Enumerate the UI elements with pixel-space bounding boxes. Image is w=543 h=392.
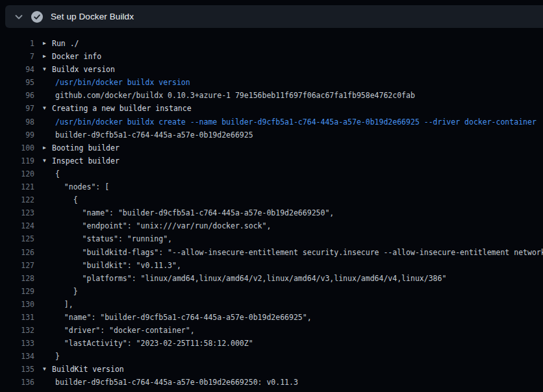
log-group-header[interactable]: 94▼Buildx version: [0, 63, 543, 76]
log-line: 121 "nodes": [: [0, 180, 543, 193]
log-line: 98/usr/bin/docker buildx create --name b…: [0, 116, 543, 129]
log-line: 132 "driver": "docker-container",: [0, 324, 543, 337]
line-number[interactable]: 96: [0, 89, 34, 102]
disclosure-expanded-icon[interactable]: ▼: [43, 154, 52, 167]
command-text: /usr/bin/docker buildx version: [55, 76, 190, 89]
output-text: }: [55, 285, 78, 298]
line-number[interactable]: 128: [0, 272, 34, 285]
output-text: "name": "builder-d9cfb5a1-c764-445a-a57e…: [55, 206, 334, 219]
output-text: "buildkit": "v0.11.3",: [55, 259, 181, 272]
group-label: Inspect builder: [52, 154, 120, 167]
group-label: Buildx version: [52, 63, 115, 76]
log-group-header[interactable]: 119▼Inspect builder: [0, 154, 543, 167]
log-line: 124 "endpoint": "unix:///var/run/docker.…: [0, 219, 543, 232]
log-line: 96github.com/docker/buildx 0.10.3+azure-…: [0, 89, 543, 102]
line-number[interactable]: 97: [0, 102, 34, 115]
output-text: {: [55, 167, 60, 180]
output-text: "driver": "docker-container",: [55, 324, 195, 337]
disclosure-collapsed-icon[interactable]: ▶: [43, 50, 52, 63]
line-number[interactable]: 124: [0, 219, 34, 232]
line-number[interactable]: 121: [0, 180, 34, 193]
log-line: 125 "status": "running",: [0, 232, 543, 245]
output-text: github.com/docker/buildx 0.10.3+azure-1 …: [55, 89, 415, 102]
line-number[interactable]: 125: [0, 232, 34, 245]
log-group-header[interactable]: 100▶Booting builder: [0, 141, 543, 154]
log-line: 134}: [0, 350, 543, 363]
line-number[interactable]: 133: [0, 337, 34, 350]
log-line: 129 }: [0, 285, 543, 298]
output-text: }: [55, 350, 60, 363]
line-number[interactable]: 123: [0, 206, 34, 219]
line-number[interactable]: 130: [0, 298, 34, 311]
log-line: 120{: [0, 167, 543, 180]
log-line: 126 "buildkitd-flags": "--allow-insecure…: [0, 246, 543, 259]
log-group-header[interactable]: 1▶Run ./: [0, 37, 543, 50]
disclosure-collapsed-icon[interactable]: ▶: [43, 141, 52, 154]
command-text: /usr/bin/docker buildx create --name bui…: [55, 116, 537, 129]
line-number[interactable]: 122: [0, 193, 34, 206]
log-line: 99builder-d9cfb5a1-c764-445a-a57e-0b19d2…: [0, 129, 543, 141]
output-text: {: [55, 193, 78, 206]
chevron-down-icon[interactable]: [14, 12, 24, 22]
group-label: Run ./: [52, 37, 79, 50]
output-text: "buildkitd-flags": "--allow-insecure-ent…: [55, 246, 543, 259]
log-line: 130 ],: [0, 298, 543, 311]
output-text: "endpoint": "unix:///var/run/docker.sock…: [55, 219, 271, 232]
output-text: "platforms": "linux/amd64,linux/amd64/v2…: [55, 272, 446, 285]
line-number[interactable]: 132: [0, 324, 34, 337]
line-number[interactable]: 135: [0, 363, 34, 376]
line-number[interactable]: 99: [0, 129, 34, 141]
line-number[interactable]: 127: [0, 259, 34, 272]
group-label: BuildKit version: [52, 363, 124, 376]
output-text: "name": "builder-d9cfb5a1-c764-445a-a57e…: [55, 311, 312, 324]
line-number[interactable]: 95: [0, 76, 34, 89]
output-text: builder-d9cfb5a1-c764-445a-a57e-0b19d2e6…: [55, 376, 298, 389]
line-number[interactable]: 119: [0, 154, 34, 167]
line-number[interactable]: 98: [0, 116, 34, 129]
line-number[interactable]: 1: [0, 37, 34, 50]
line-number[interactable]: 136: [0, 376, 34, 389]
group-label: Creating a new builder instance: [52, 102, 192, 115]
output-text: ],: [55, 298, 73, 311]
log-line: 95/usr/bin/docker buildx version: [0, 76, 543, 89]
line-number[interactable]: 126: [0, 246, 34, 259]
group-label: Booting builder: [52, 141, 120, 154]
line-number[interactable]: 134: [0, 350, 34, 363]
log-line: 133 "lastActivity": "2023-02-25T11:58:12…: [0, 337, 543, 350]
check-circle-icon: [31, 11, 43, 23]
disclosure-expanded-icon[interactable]: ▼: [43, 363, 52, 376]
log-line: 127 "buildkit": "v0.11.3",: [0, 259, 543, 272]
disclosure-expanded-icon[interactable]: ▼: [43, 102, 52, 115]
output-text: builder-d9cfb5a1-c764-445a-a57e-0b19d2e6…: [55, 129, 253, 141]
output-text: "lastActivity": "2023-02-25T11:58:12.000…: [55, 337, 253, 350]
line-number[interactable]: 94: [0, 63, 34, 76]
line-number[interactable]: 129: [0, 285, 34, 298]
log-group-header[interactable]: 7▶Docker info: [0, 50, 543, 63]
log-line: 123 "name": "builder-d9cfb5a1-c764-445a-…: [0, 206, 543, 219]
disclosure-expanded-icon[interactable]: ▼: [43, 63, 52, 76]
output-text: "status": "running",: [55, 232, 172, 245]
log-line: 136builder-d9cfb5a1-c764-445a-a57e-0b19d…: [0, 376, 543, 389]
line-number[interactable]: 120: [0, 167, 34, 180]
output-text: "nodes": [: [55, 180, 109, 193]
log-line: 131 "name": "builder-d9cfb5a1-c764-445a-…: [0, 311, 543, 324]
line-number[interactable]: 100: [0, 141, 34, 154]
log-lines: 1▶Run ./7▶Docker info94▼Buildx version95…: [0, 37, 543, 392]
log-line: 122 {: [0, 193, 543, 206]
step-header[interactable]: Set up Docker Buildx: [5, 5, 543, 28]
group-label: Docker info: [52, 50, 101, 63]
disclosure-collapsed-icon[interactable]: ▶: [43, 37, 52, 50]
step-title: Set up Docker Buildx: [51, 12, 134, 21]
log-group-header[interactable]: 135▼BuildKit version: [0, 363, 543, 376]
log-group-header[interactable]: 97▼Creating a new builder instance: [0, 102, 543, 115]
log-line: 128 "platforms": "linux/amd64,linux/amd6…: [0, 272, 543, 285]
line-number[interactable]: 7: [0, 50, 34, 63]
line-number[interactable]: 131: [0, 311, 34, 324]
